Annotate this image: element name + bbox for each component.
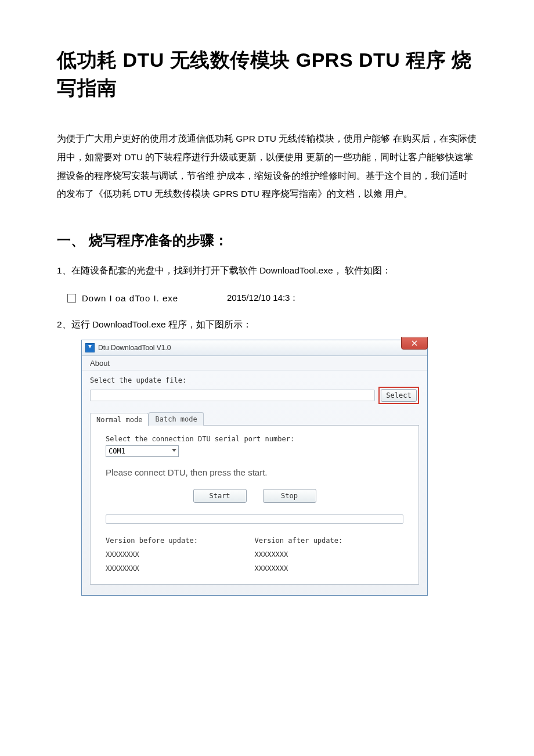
file-path-input[interactable] [90, 390, 375, 401]
version-before-label: Version before update: [106, 537, 255, 545]
mode-tabs: Normal mode Batch mode [90, 412, 419, 426]
app-icon [85, 343, 95, 352]
start-button[interactable]: Start [193, 489, 247, 503]
page-title: 低功耗 DTU 无线数传模块 GPRS DTU 程序 烧写指南 [57, 46, 477, 102]
downloadtool-window: Dtu DownloadTool V1.0 About Select the u… [81, 340, 428, 596]
select-button[interactable]: Select [381, 389, 417, 402]
progress-bar [106, 514, 403, 524]
section-heading-1: 一、 烧写程序准备的步骤： [57, 231, 477, 250]
tab-normal-mode[interactable]: Normal mode [90, 413, 149, 426]
menu-about[interactable]: About [90, 359, 110, 368]
tab-panel-normal: Select the connection DTU serial port nu… [90, 426, 419, 585]
file-name: Down I oa dToo I. exe [82, 293, 227, 303]
version-after-value-1: XXXXXXXX [255, 550, 404, 559]
chevron-down-icon [172, 449, 176, 452]
serial-port-label: Select the connection DTU serial port nu… [106, 435, 403, 443]
select-file-label: Select the update file: [90, 376, 419, 384]
step-1: 1、在随设备配套的光盘中，找到并打开下载软件 DownloadTool.exe，… [57, 262, 477, 279]
tab-batch-mode[interactable]: Batch mode [149, 412, 203, 426]
step-2: 2、运行 DownloadTool.exe 程序，如下图所示： [57, 316, 477, 333]
select-button-highlight: Select [378, 387, 419, 404]
menubar: About [82, 356, 427, 370]
file-date: 2015/12/10 14:3： [227, 293, 298, 304]
version-before-value-1: XXXXXXXX [106, 550, 255, 559]
com-port-select[interactable]: COM1 [106, 445, 179, 457]
close-icon [412, 340, 417, 346]
window-title: Dtu DownloadTool V1.0 [98, 344, 171, 352]
file-icon [67, 294, 76, 303]
version-before-value-2: XXXXXXXX [106, 564, 255, 573]
close-button[interactable] [401, 337, 428, 350]
file-listing: Down I oa dToo I. exe 2015/12/10 14:3： [57, 286, 477, 311]
stop-button[interactable]: Stop [263, 489, 316, 503]
com-port-value: COM1 [109, 447, 125, 455]
version-after-label: Version after update: [255, 537, 404, 545]
intro-paragraph: 为便于广大用户更好的使用才茂通信低功耗 GPR DTU 无线传输模块，使用户能够… [57, 129, 477, 203]
status-text: Please connect DTU, then press the start… [106, 467, 403, 477]
window-titlebar: Dtu DownloadTool V1.0 [82, 340, 427, 356]
version-after-value-2: XXXXXXXX [255, 564, 404, 573]
